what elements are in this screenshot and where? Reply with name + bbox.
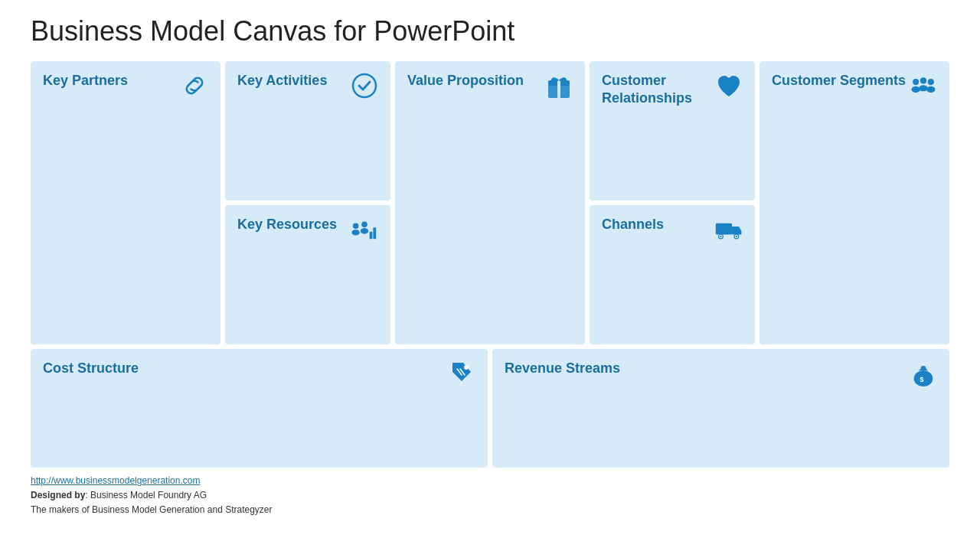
canvas-wrapper: Key Partners Key Activities: [31, 61, 949, 468]
cell-revenue-streams: Revenue Streams $: [492, 349, 949, 468]
cell-key-partners: Key Partners: [31, 61, 220, 344]
svg-text:$: $: [920, 375, 924, 383]
svg-point-20: [928, 79, 934, 85]
key-resources-icon: [351, 216, 378, 247]
col-customer-rel: Customer Relationships Channels: [590, 61, 755, 344]
svg-rect-10: [557, 80, 560, 98]
svg-point-1: [353, 223, 359, 229]
footer-designed-by-label: Designed by: [31, 490, 85, 500]
footer-designed-by-value: Business Model Foundry AG: [90, 490, 207, 500]
svg-point-2: [351, 230, 359, 236]
revenue-streams-icon: $: [910, 360, 937, 391]
key-partners-icon: [181, 72, 208, 103]
cell-customer-segments: Customer Segments: [760, 61, 949, 344]
svg-point-13: [720, 236, 721, 237]
bottom-section: Cost Structure Revenue Streams: [31, 349, 949, 468]
svg-point-22: [464, 365, 469, 370]
svg-point-0: [353, 74, 376, 97]
svg-point-21: [926, 86, 935, 93]
customer-relationships-icon: [715, 72, 743, 103]
customer-segments-icon: [910, 72, 937, 103]
svg-rect-5: [370, 232, 373, 239]
footer: http://www.businessmodelgeneration.com D…: [31, 474, 949, 518]
cell-key-activities: Key Activities: [225, 61, 390, 201]
cell-key-resources: Key Resources: [225, 205, 390, 344]
svg-point-26: [921, 366, 926, 371]
cost-structure-icon: [448, 360, 475, 391]
footer-tagline: The makers of Business Model Generation …: [31, 504, 273, 515]
svg-point-17: [911, 86, 920, 93]
col-key-activities: Key Activities Key Resources: [225, 61, 390, 344]
key-activities-icon: [351, 72, 378, 103]
cost-structure-title: Cost Structure: [43, 360, 475, 377]
cell-cost-structure: Cost Structure: [31, 349, 488, 468]
svg-point-16: [913, 79, 919, 85]
footer-link[interactable]: http://www.businessmodelgeneration.com: [31, 475, 200, 486]
svg-rect-11: [716, 223, 732, 235]
svg-point-19: [919, 85, 927, 91]
value-proposition-icon: [545, 72, 573, 103]
svg-rect-6: [373, 227, 376, 239]
channels-icon: [715, 216, 743, 247]
svg-point-15: [736, 236, 737, 237]
svg-point-3: [361, 222, 368, 228]
svg-point-18: [920, 77, 926, 83]
cell-value-proposition: Value Proposition: [395, 61, 585, 344]
top-section: Key Partners Key Activities: [31, 61, 949, 344]
page-title: Business Model Canvas for PowerPoint: [31, 15, 949, 47]
revenue-streams-title: Revenue Streams: [505, 360, 937, 377]
cell-channels: Channels: [590, 205, 755, 344]
cell-customer-relationships: Customer Relationships: [590, 61, 755, 201]
